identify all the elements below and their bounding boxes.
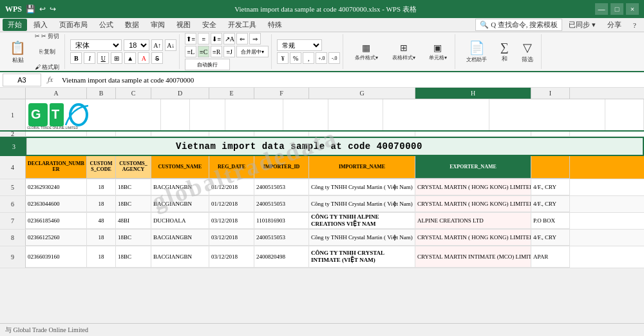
align-bottom-button[interactable]: ⬇≡: [211, 33, 222, 44]
menu-item-sync[interactable]: 已同步 ▾: [564, 19, 601, 31]
cell-name-4[interactable]: BACGIANGBN: [151, 230, 209, 246]
row-header-3[interactable]: 3: [1, 138, 27, 155]
cell-agency-4[interactable]: 18BC: [116, 230, 151, 246]
quick-access-undo[interactable]: ↩: [39, 5, 46, 14]
format-painter-button[interactable]: 🖌 格式刷: [32, 60, 62, 74]
menu-item-data[interactable]: 数据: [120, 19, 144, 31]
menu-item-security[interactable]: 安全: [197, 19, 222, 31]
cell-declaration-1[interactable]: 02362930240: [26, 179, 87, 195]
strikethrough-button[interactable]: S̶: [151, 52, 163, 64]
currency-button[interactable]: ¥: [277, 52, 289, 64]
row-header-8[interactable]: 8: [0, 230, 26, 246]
cell-agency-1[interactable]: 18BC: [116, 179, 151, 195]
align-right-button[interactable]: ≡R: [211, 46, 222, 57]
cell-name-5[interactable]: BACGIANGBN: [151, 246, 209, 268]
cell-extra-5[interactable]: APAR: [531, 246, 570, 268]
font-name-select[interactable]: 宋体: [70, 39, 122, 51]
col-header-i[interactable]: I: [531, 88, 570, 99]
cell-exporter-2[interactable]: CRYSTAL MARTIN ( HONG KONG) LIMITED: [415, 196, 531, 212]
increase-indent-button[interactable]: ⇒: [249, 33, 261, 44]
cell-reference-input[interactable]: [3, 74, 41, 86]
col-header-g[interactable]: G: [309, 88, 415, 99]
cell-code-3[interactable]: 48: [87, 213, 116, 229]
wrap-text-button[interactable]: 自动换行: [185, 59, 230, 70]
menu-item-review[interactable]: 审阅: [146, 19, 170, 31]
cell-extra-3[interactable]: P.O BOX: [531, 213, 570, 229]
maximize-button[interactable]: □: [611, 3, 623, 15]
cell-importer-name-5[interactable]: CÔNG TY TNHH CRYSTAL INTIMATE (VIỆT NAM): [309, 246, 415, 268]
cell-declaration-4[interactable]: 02366125260: [26, 230, 87, 246]
merge-button[interactable]: 合并居中▾: [236, 46, 269, 57]
cell-importer-name-1[interactable]: Công ty TNHH Crystal Martin ( Việt Nam): [309, 179, 415, 195]
font-size-decrease-button[interactable]: A↓: [165, 39, 176, 51]
font-size-select[interactable]: 18: [124, 39, 149, 51]
number-format-select[interactable]: 常规: [277, 39, 322, 51]
row-header-5[interactable]: 5: [0, 179, 26, 195]
font-size-increase-button[interactable]: A↑: [151, 39, 163, 51]
border-button[interactable]: ⊞: [111, 52, 122, 64]
fill-color-button[interactable]: ▲: [124, 52, 136, 64]
row-header-2[interactable]: 2: [0, 132, 26, 136]
cell-exporter-3[interactable]: ALPINE CREATIONS LTD: [415, 213, 531, 229]
align-top-button[interactable]: ⬆≡: [185, 33, 196, 44]
cell-date-4[interactable]: 03/12/2018: [209, 230, 254, 246]
menu-item-help[interactable]: ?: [628, 20, 641, 30]
conditional-format-button[interactable]: ▦ 条件格式▾: [348, 36, 384, 67]
sum-button[interactable]: ∑ 和: [495, 36, 514, 67]
cell-date-5[interactable]: 03/12/2018: [209, 246, 254, 268]
rotate-text-button[interactable]: ↗A: [223, 33, 235, 44]
decimal-decrease-button[interactable]: -.0: [328, 52, 340, 64]
cell-code-5[interactable]: 18: [87, 246, 116, 268]
menu-item-search[interactable]: 🔍Q 查找命令, 搜索模板: [475, 19, 562, 31]
menu-item-share[interactable]: 分享: [602, 19, 627, 31]
align-middle-button[interactable]: ≡: [198, 33, 209, 44]
col-header-f[interactable]: F: [254, 88, 309, 99]
cell-code-2[interactable]: 18: [87, 196, 116, 212]
cell-extra-1[interactable]: 4/F., CRY: [531, 179, 570, 195]
col-header-h[interactable]: H: [415, 88, 531, 99]
copy-button[interactable]: ⎘ 复制: [32, 44, 62, 59]
cell-agency-2[interactable]: 18BC: [116, 196, 151, 212]
quick-access-save[interactable]: 💾: [26, 5, 35, 14]
bold-button[interactable]: B: [70, 52, 82, 64]
menu-item-home[interactable]: 开始: [3, 19, 27, 31]
cell-code-4[interactable]: 18: [87, 230, 116, 246]
menu-item-special[interactable]: 特殊: [263, 19, 287, 31]
cell-date-2[interactable]: 01/12/2018: [209, 196, 254, 212]
cell-declaration-3[interactable]: 02366185460: [26, 213, 87, 229]
cell-name-1[interactable]: BACGIANGBN: [151, 179, 209, 195]
title-cell[interactable]: Vietnam import data sample at code 40070…: [27, 138, 571, 155]
table-style-button[interactable]: ⊞ 表格样式▾: [386, 36, 421, 67]
cell-extra-2[interactable]: 4/F., CRY: [531, 196, 570, 212]
col-header-b[interactable]: B: [87, 88, 116, 99]
row-header-6[interactable]: 6: [0, 196, 26, 212]
col-header-c[interactable]: C: [116, 88, 151, 99]
underline-button[interactable]: U: [97, 52, 109, 64]
font-color-button[interactable]: A: [138, 52, 149, 64]
cell-style-button[interactable]: ▣ 单元格▾: [423, 36, 452, 67]
cell-date-3[interactable]: 03/12/2018: [209, 213, 254, 229]
cell-importer-id-1[interactable]: 2400515053: [254, 179, 309, 195]
decimal-increase-button[interactable]: +.0: [316, 52, 327, 64]
col-header-a[interactable]: A: [26, 88, 87, 99]
cell-importer-name-2[interactable]: Công ty TNHH Crystal Martin ( Việt Nam): [309, 196, 415, 212]
decrease-indent-button[interactable]: ⇐: [236, 33, 248, 44]
cell-exporter-5[interactable]: CRYSTAL MARTIN INTIMATE (MCO) LIMITED: [415, 246, 531, 268]
cell-name-3[interactable]: DUCHOALA: [151, 213, 209, 229]
cell-extra-4[interactable]: 4/F., CRY: [531, 230, 570, 246]
function-wizard-icon[interactable]: 𝑓𝑥: [44, 74, 57, 86]
cell-importer-id-3[interactable]: 1101816903: [254, 213, 309, 229]
cell-importer-name-3[interactable]: CÔNG TY TNHH ALPINE CREATIONS VIỆT NAM: [309, 213, 415, 229]
quick-access-redo[interactable]: ↪: [50, 5, 56, 14]
filter-button[interactable]: ▽ 筛选: [516, 36, 538, 67]
col-header-d[interactable]: D: [151, 88, 209, 99]
justify-button[interactable]: ≡J: [223, 46, 235, 57]
cell-importer-name-4[interactable]: Công ty TNHH Crystal Martin ( Việt Nam): [309, 230, 415, 246]
cell-exporter-4[interactable]: CRYSTAL MARTIN ( HONG KONG) LIMITED: [415, 230, 531, 246]
paste-button[interactable]: 📋 粘贴: [5, 36, 30, 67]
cell-declaration-5[interactable]: 02366039160: [26, 246, 87, 268]
align-center-button[interactable]: ≡C: [198, 46, 209, 57]
formula-input[interactable]: [59, 76, 641, 84]
col-header-e[interactable]: E: [209, 88, 254, 99]
cell-code-1[interactable]: 18: [87, 179, 116, 195]
